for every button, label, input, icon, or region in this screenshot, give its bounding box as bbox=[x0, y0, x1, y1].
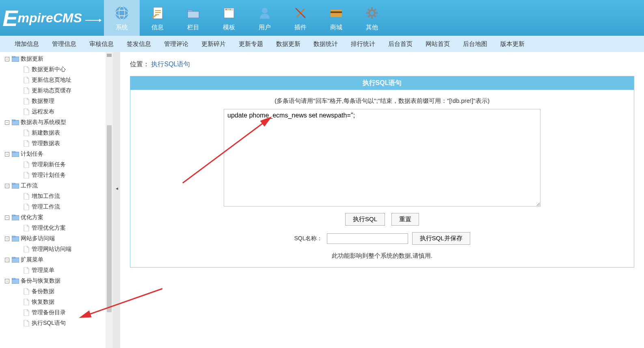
file-icon bbox=[23, 66, 30, 73]
subnav-item[interactable]: 审核信息 bbox=[83, 40, 120, 48]
svg-rect-34 bbox=[12, 120, 15, 121]
sidebar-tree: −数据更新数据更新中心更新信息页地址更新动态页缓存数据整理远程发布−数据表与系统… bbox=[0, 52, 106, 348]
tree-item-label: 数据更新中心 bbox=[32, 66, 66, 73]
topnav-item-globe[interactable]: 系统 bbox=[104, 0, 140, 36]
tree-item-label: 管理工作流 bbox=[32, 203, 60, 211]
subnav-item[interactable]: 数据更新 bbox=[270, 40, 307, 48]
scrollbar[interactable] bbox=[106, 52, 113, 348]
topnav-item-user[interactable]: 用户 bbox=[247, 0, 283, 36]
subnav-item[interactable]: 管理评论 bbox=[158, 40, 195, 48]
tree-item[interactable]: 恢复数据 bbox=[0, 297, 106, 307]
subnav-item[interactable]: 数据统计 bbox=[307, 40, 344, 48]
topnav-label: 用户 bbox=[259, 24, 271, 31]
tree-item-label: 备份数据 bbox=[32, 288, 54, 295]
collapse-icon[interactable]: − bbox=[5, 152, 9, 157]
tree-item[interactable]: 管理优化方案 bbox=[0, 223, 106, 233]
svg-point-2 bbox=[115, 7, 128, 20]
folder-icon bbox=[12, 183, 19, 189]
tree-folder[interactable]: −备份与恢复数据 bbox=[0, 276, 106, 286]
tree-item[interactable]: 管理菜单 bbox=[0, 265, 106, 276]
subnav-item[interactable]: 签发信息 bbox=[120, 40, 158, 48]
file-icon bbox=[23, 299, 30, 305]
tree-item[interactable]: 更新信息页地址 bbox=[0, 75, 106, 85]
tree-item[interactable]: 管理数据表 bbox=[0, 138, 106, 149]
subnav-item[interactable]: 管理信息 bbox=[45, 40, 83, 48]
tree-item[interactable]: 管理网站访问端 bbox=[0, 244, 106, 254]
svg-point-14 bbox=[228, 9, 229, 10]
collapse-icon[interactable]: − bbox=[5, 120, 9, 125]
folder-icon bbox=[12, 235, 19, 242]
subnav-item[interactable]: 更新专题 bbox=[232, 40, 270, 48]
subnav-item[interactable]: 版本更新 bbox=[494, 40, 531, 48]
collapse-icon[interactable]: − bbox=[5, 258, 9, 262]
reset-button[interactable]: 重置 bbox=[391, 213, 419, 226]
svg-rect-43 bbox=[12, 258, 19, 263]
svg-rect-38 bbox=[12, 183, 15, 184]
sql-panel: 执行SQL语句 (多条语句请用"回车"格开,每条语句以";"结束，数据表前缀可用… bbox=[130, 76, 634, 268]
tree-item[interactable]: 管理备份目录 bbox=[0, 307, 106, 318]
file-icon bbox=[23, 172, 30, 178]
tree-item[interactable]: 管理工作流 bbox=[0, 202, 106, 212]
subnav-item[interactable]: 网站首页 bbox=[419, 40, 456, 48]
tree-folder-label: 网站多访问端 bbox=[21, 235, 55, 242]
collapse-icon[interactable]: − bbox=[5, 279, 9, 283]
globe-icon bbox=[114, 5, 130, 21]
tree-folder-label: 计划任务 bbox=[21, 150, 43, 158]
tree-item[interactable]: 数据更新中心 bbox=[0, 64, 106, 75]
topnav-label: 插件 bbox=[294, 24, 307, 31]
collapse-icon[interactable]: − bbox=[5, 215, 9, 220]
topnav-item-plugin[interactable]: 插件 bbox=[283, 0, 318, 36]
topnav-item-folder[interactable]: 栏目 bbox=[175, 0, 211, 36]
collapse-icon[interactable]: − bbox=[5, 184, 9, 188]
svg-rect-36 bbox=[12, 151, 15, 152]
folder-icon bbox=[12, 56, 19, 62]
folder-icon bbox=[12, 278, 19, 284]
file-icon bbox=[23, 140, 30, 147]
sql-name-input[interactable] bbox=[327, 233, 408, 244]
collapse-icon[interactable]: − bbox=[5, 237, 9, 241]
tree-item[interactable]: 远程发布 bbox=[0, 107, 106, 117]
tree-item-label: 管理刷新任务 bbox=[32, 161, 66, 168]
chevron-left-icon: ◄ bbox=[115, 186, 119, 191]
collapse-icon[interactable]: − bbox=[5, 57, 9, 61]
tree-item[interactable]: 管理刷新任务 bbox=[0, 159, 106, 170]
topnav-item-document[interactable]: 信息 bbox=[140, 0, 175, 36]
tree-folder[interactable]: −网站多访问端 bbox=[0, 233, 106, 244]
execute-and-save-button[interactable]: 执行SQL并保存 bbox=[412, 232, 470, 245]
tree-folder[interactable]: −数据更新 bbox=[0, 54, 106, 64]
tree-folder[interactable]: −工作流 bbox=[0, 181, 106, 191]
subnav-item[interactable]: 排行统计 bbox=[344, 40, 382, 48]
topnav-item-card[interactable]: 商城 bbox=[318, 0, 354, 36]
breadcrumb-page[interactable]: 执行SQL语句 bbox=[151, 61, 190, 67]
tree-folder[interactable]: −数据表与系统模型 bbox=[0, 117, 106, 128]
card-icon bbox=[328, 5, 344, 21]
svg-rect-21 bbox=[331, 11, 342, 13]
topnav-item-gear[interactable]: 其他 bbox=[354, 0, 390, 36]
tree-item[interactable]: 管理计划任务 bbox=[0, 170, 106, 181]
tree-item[interactable]: 更新动态页缓存 bbox=[0, 85, 106, 96]
tree-folder[interactable]: −计划任务 bbox=[0, 149, 106, 159]
tree-item[interactable]: 增加工作流 bbox=[0, 191, 106, 202]
collapse-toggle[interactable]: ◄ bbox=[113, 52, 120, 348]
subnav-item[interactable]: 后台首页 bbox=[382, 40, 419, 48]
tree-item[interactable]: 备份数据 bbox=[0, 286, 106, 297]
subnav-item[interactable]: 后台地图 bbox=[456, 40, 494, 48]
sql-textarea[interactable] bbox=[224, 109, 540, 207]
tree-item-label: 管理优化方案 bbox=[32, 224, 66, 232]
svg-rect-46 bbox=[12, 278, 15, 279]
file-icon bbox=[23, 225, 30, 231]
tree-item[interactable]: 数据整理 bbox=[0, 96, 106, 107]
file-icon bbox=[23, 246, 30, 252]
tree-folder[interactable]: −扩展菜单 bbox=[0, 254, 106, 265]
svg-rect-39 bbox=[12, 215, 19, 220]
subnav-item[interactable]: 增加信息 bbox=[8, 40, 45, 48]
svg-point-16 bbox=[262, 8, 268, 13]
tree-folder[interactable]: −优化方案 bbox=[0, 212, 106, 223]
subnav-item[interactable]: 更新碎片 bbox=[195, 40, 232, 48]
execute-sql-button[interactable]: 执行SQL bbox=[345, 213, 385, 226]
tree-item-label: 更新动态页缓存 bbox=[32, 87, 71, 94]
tree-item[interactable]: 新建数据表 bbox=[0, 128, 106, 138]
topnav-label: 模板 bbox=[223, 24, 235, 31]
topnav-item-window[interactable]: 模板 bbox=[211, 0, 247, 36]
tree-item[interactable]: 执行SQL语句 bbox=[0, 318, 106, 328]
